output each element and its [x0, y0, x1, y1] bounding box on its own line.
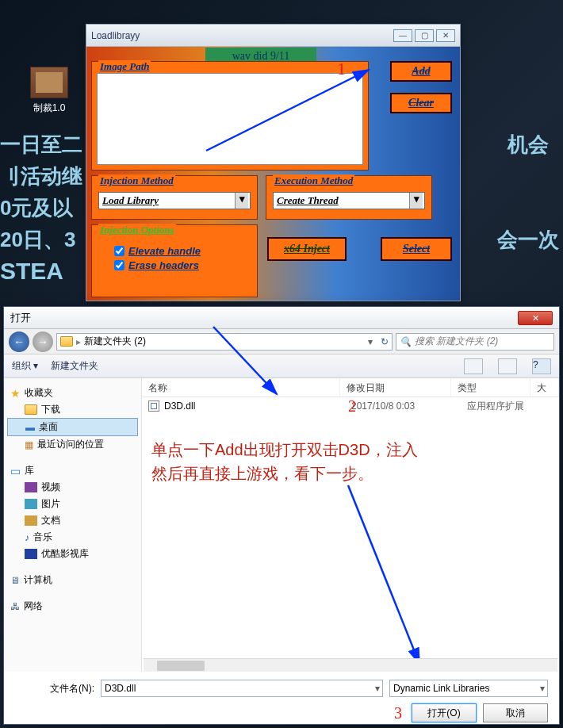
file-list-pane: 名称 修改日期 类型 大 D3D.dll 2017/10/8 0:03 应用程序…	[142, 378, 559, 672]
bg-text: 0元及以	[0, 194, 73, 222]
annotation-1: 1	[337, 59, 346, 79]
preview-pane-button[interactable]	[498, 358, 517, 374]
dll-icon	[148, 400, 159, 412]
folder-icon	[25, 404, 37, 415]
injection-method-combo[interactable]: Load Library	[98, 192, 251, 209]
desktop-icon: ▬	[25, 422, 35, 433]
close-button[interactable]: ✕	[436, 29, 455, 42]
image-path-list[interactable]	[97, 73, 363, 165]
injection-options-label: Injection Options	[98, 224, 176, 236]
filename-input[interactable]: D3D.dll	[101, 680, 383, 697]
sidebar-favorites[interactable]: ★收藏夹	[7, 385, 138, 401]
archive-icon	[30, 67, 68, 98]
horizontal-scrollbar[interactable]	[144, 658, 557, 672]
sidebar-computer[interactable]: 🖥计算机	[7, 572, 138, 588]
file-date: 2017/10/8 0:03	[351, 400, 462, 412]
titlebar[interactable]: Loadlibrayy — ▢ ✕	[86, 25, 460, 47]
col-type: 类型	[451, 378, 530, 397]
forward-button[interactable]: →	[33, 331, 53, 352]
toolbar: 组织 ▾ 新建文件夹 ?	[4, 354, 559, 378]
injection-method-label: Injection Method	[98, 174, 175, 187]
recent-icon: ▦	[25, 439, 33, 450]
help-button[interactable]: ?	[532, 358, 551, 374]
sidebar-documents[interactable]: 文档	[7, 512, 138, 529]
bg-text: 一日至二	[0, 131, 82, 159]
youku-icon	[25, 549, 37, 559]
file-type: 应用程序扩展	[467, 400, 524, 413]
sidebar-desktop[interactable]: ▬桌面	[7, 418, 138, 436]
sidebar-network[interactable]: 🖧网络	[7, 598, 138, 615]
search-input[interactable]: 🔍 搜索 新建文件夹 (2)	[396, 333, 554, 351]
instruction-text: 单点一下Add出现打开双击D3D，注入 然后再直接上游戏，看下一步。	[151, 438, 418, 485]
annotation-2: 2	[348, 397, 356, 416]
svg-line-2	[348, 485, 419, 664]
desktop-shortcut[interactable]: 制裁1.0	[30, 67, 68, 115]
file-name: D3D.dll	[164, 400, 347, 412]
shortcut-label: 制裁1.0	[30, 102, 68, 115]
file-open-dialog: 打开 ✕ ← → ▸ 新建文件夹 (2) ▾ ↻ 🔍 搜索 新建文件夹 (2) …	[3, 306, 560, 725]
music-icon: ♪	[25, 532, 29, 543]
maximize-button[interactable]: ▢	[415, 29, 434, 42]
col-name: 名称	[142, 378, 340, 397]
dialog-close-button[interactable]: ✕	[518, 311, 553, 325]
library-icon: ▭	[10, 465, 21, 477]
folder-icon	[60, 336, 73, 347]
search-icon: 🔍	[400, 336, 412, 347]
injector-window: Loadlibrayy — ▢ ✕ wav did 9/11 Image Pat…	[86, 24, 461, 301]
address-bar[interactable]: ▸ 新建文件夹 (2) ▾ ↻	[56, 333, 393, 351]
bg-text: 机会	[507, 131, 549, 159]
sidebar-music[interactable]: ♪音乐	[7, 529, 138, 546]
organize-menu[interactable]: 组织 ▾	[12, 359, 38, 373]
bg-text: 刂活动继	[0, 163, 82, 190]
bg-text: STEA	[0, 258, 63, 285]
filename-label: 文件名(N):	[15, 682, 94, 695]
sidebar-downloads[interactable]: 下载	[7, 401, 138, 418]
column-headers[interactable]: 名称 修改日期 类型 大	[142, 378, 559, 397]
execution-method-label: Execution Method	[273, 174, 354, 187]
elevate-handle-checkbox[interactable]: Elevate handle	[114, 245, 201, 257]
view-mode-button[interactable]	[464, 358, 483, 374]
minimize-button[interactable]: —	[393, 29, 412, 42]
clear-button[interactable]: Clear	[390, 93, 452, 113]
sidebar-pictures[interactable]: 图片	[7, 496, 138, 512]
new-folder-button[interactable]: 新建文件夹	[51, 359, 98, 373]
sidebar-youku[interactable]: 优酷影视库	[7, 546, 138, 562]
file-type-filter[interactable]: Dynamic Link Libraries	[389, 680, 548, 697]
execution-method-combo[interactable]: Create Thread	[273, 192, 425, 209]
document-icon	[25, 515, 37, 526]
image-path-label: Image Path	[98, 60, 151, 73]
computer-icon: 🖥	[10, 575, 20, 586]
network-icon: 🖧	[10, 601, 20, 612]
col-size: 大	[530, 378, 559, 397]
star-icon: ★	[10, 387, 21, 400]
window-title: Loadlibrayy	[91, 30, 391, 41]
dialog-title: 打开	[10, 311, 518, 325]
breadcrumb[interactable]: 新建文件夹 (2)	[84, 335, 146, 348]
erase-headers-checkbox[interactable]: Erase headers	[114, 259, 201, 271]
sidebar-libraries[interactable]: ▭库	[7, 462, 138, 479]
annotation-3: 3	[394, 704, 402, 722]
back-button[interactable]: ←	[9, 331, 29, 352]
sidebar-recent[interactable]: ▦最近访问的位置	[7, 436, 138, 453]
bg-text: 20日、3	[0, 226, 75, 254]
sidebar: ★收藏夹 下载 ▬桌面 ▦最近访问的位置 ▭库 视频 图片 文档 ♪音乐 优酷影…	[4, 378, 142, 672]
select-button[interactable]: Select	[381, 237, 452, 261]
sidebar-videos[interactable]: 视频	[7, 479, 138, 496]
refresh-icon[interactable]: ↻	[381, 336, 389, 347]
bg-text: 会一次	[497, 226, 559, 254]
x64-inject-button[interactable]: x64 Inject	[267, 237, 347, 261]
picture-icon	[25, 499, 37, 509]
dialog-titlebar[interactable]: 打开 ✕	[4, 307, 559, 329]
cancel-button[interactable]: 取消	[483, 703, 548, 722]
nav-row: ← → ▸ 新建文件夹 (2) ▾ ↻ 🔍 搜索 新建文件夹 (2)	[4, 329, 559, 354]
open-button[interactable]: 打开(O)	[412, 703, 477, 722]
video-icon	[25, 482, 37, 492]
arrow-3	[340, 481, 435, 672]
col-date: 修改日期	[340, 378, 451, 397]
add-button[interactable]: Add	[390, 61, 452, 82]
